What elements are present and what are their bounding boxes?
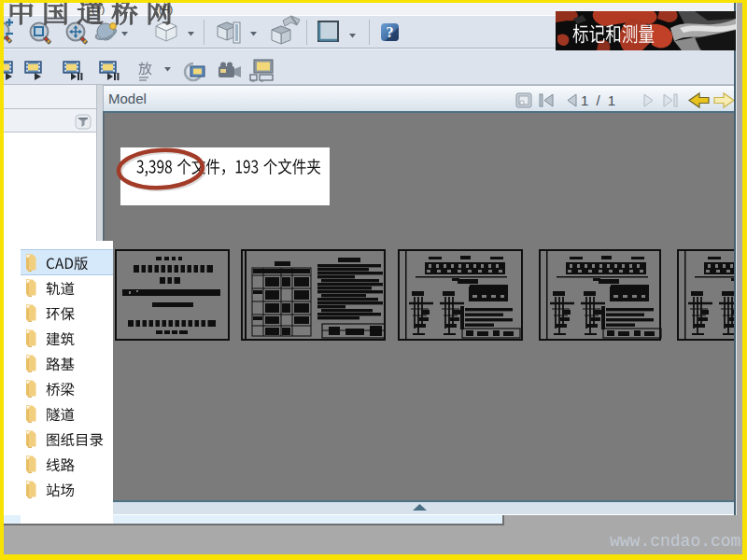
svg-text:www.cndao.com: www.cndao.com — [610, 532, 740, 551]
svg-text:(H): (H) — [159, 4, 173, 15]
svg-text:(T): (T) — [92, 4, 105, 15]
svg-text:Model: Model — [108, 91, 147, 106]
svg-text:?: ? — [387, 24, 394, 40]
svg-text:1 / 1: 1 / 1 — [581, 92, 617, 108]
